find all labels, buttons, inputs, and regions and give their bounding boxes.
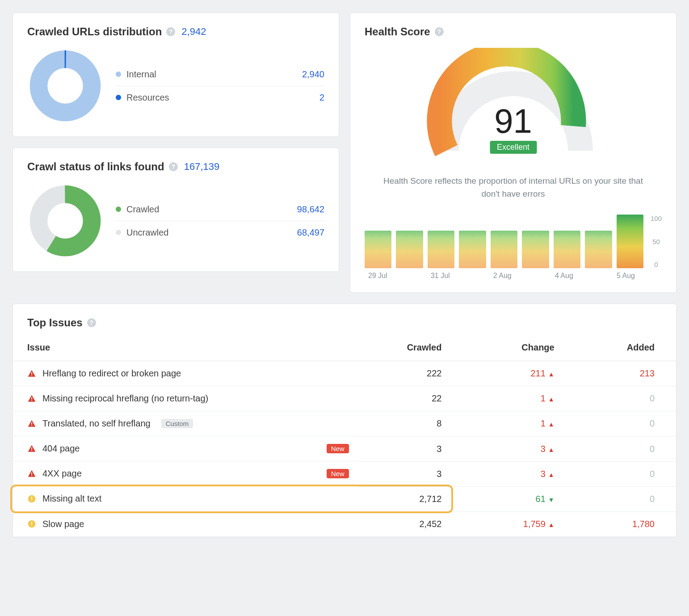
help-icon[interactable]: ? xyxy=(169,162,178,171)
top-issues-title: Top Issues xyxy=(27,316,83,329)
health-bar[interactable] xyxy=(428,231,454,268)
xaxis-tick: 2 Aug xyxy=(493,272,512,280)
arrow-down-icon: ▼ xyxy=(548,496,555,503)
svg-rect-12 xyxy=(31,472,32,474)
col-change[interactable]: Change xyxy=(450,330,563,361)
legend-value[interactable]: 98,642 xyxy=(297,204,324,215)
health-yaxis: 100 50 0 xyxy=(648,215,662,268)
custom-badge: Custom xyxy=(161,419,193,428)
change-value: 1▲ xyxy=(541,393,555,403)
legend-label: Internal xyxy=(126,69,297,80)
legend-item[interactable]: Crawled 98,642 xyxy=(116,198,324,221)
new-badge: New xyxy=(327,444,349,453)
added-value: 1,780 xyxy=(632,519,655,529)
health-bar[interactable] xyxy=(585,231,612,268)
table-row[interactable]: Translated, no self hreflangCustom81▲0 xyxy=(13,411,676,437)
table-row[interactable]: Missing reciprocal hreflang (no return-t… xyxy=(13,386,676,411)
error-icon xyxy=(27,469,36,478)
crawled-urls-card: Crawled URLs distribution ? 2,942 Intern… xyxy=(13,13,339,137)
legend-dot xyxy=(116,95,121,100)
health-description: Health Score reflects the proportion of … xyxy=(365,175,662,200)
health-bar[interactable] xyxy=(491,231,517,268)
xaxis-tick: 4 Aug xyxy=(555,272,573,280)
health-score-card: Health Score ? xyxy=(350,13,676,293)
issues-table: Issue Crawled Change Added Hreflang to r… xyxy=(13,330,676,537)
crawled-value: 2,452 xyxy=(358,511,451,536)
table-row[interactable]: Missing alt text2,71261▼0 xyxy=(13,486,676,511)
issue-name: 4XX page xyxy=(42,468,82,479)
col-crawled[interactable]: Crawled xyxy=(358,330,451,361)
change-value: 1,759▲ xyxy=(523,519,555,529)
error-icon xyxy=(27,369,36,378)
health-bar[interactable] xyxy=(522,231,549,268)
issue-name: Missing alt text xyxy=(42,494,101,504)
health-history-chart: 100 50 0 xyxy=(365,215,662,268)
help-icon[interactable]: ? xyxy=(87,318,96,327)
legend-item[interactable]: Uncrawled 68,497 xyxy=(116,221,324,244)
table-row[interactable]: 4XX pageNew33▲0 xyxy=(13,461,676,486)
legend-dot xyxy=(116,207,121,212)
svg-rect-11 xyxy=(31,450,32,451)
crawled-value: 3 xyxy=(358,461,451,486)
legend-value[interactable]: 68,497 xyxy=(297,228,324,238)
svg-rect-16 xyxy=(31,500,32,501)
issue-name: Translated, no self hreflang xyxy=(42,418,151,429)
change-value: 3▲ xyxy=(541,444,555,454)
crawled-urls-legend: Internal 2,940 Resources 2 xyxy=(116,63,324,109)
health-bar[interactable] xyxy=(396,231,423,268)
added-value: 213 xyxy=(640,368,655,378)
crawled-urls-donut xyxy=(27,48,103,124)
svg-rect-5 xyxy=(31,375,32,376)
issue-name: Slow page xyxy=(42,519,84,529)
table-row[interactable]: Slow page2,4521,759▲1,780 xyxy=(13,511,676,536)
legend-value[interactable]: 2 xyxy=(319,93,324,103)
added-value: 0 xyxy=(650,469,655,479)
svg-rect-15 xyxy=(31,497,32,499)
crawled-value: 3 xyxy=(358,436,451,461)
top-issues-card: Top Issues ? Issue Crawled Change Added … xyxy=(13,304,676,537)
xaxis-tick: 5 Aug xyxy=(617,272,635,280)
help-icon[interactable]: ? xyxy=(166,27,175,36)
health-bar[interactable] xyxy=(459,231,486,268)
error-icon xyxy=(27,394,36,403)
yaxis-tick: 100 xyxy=(651,215,662,222)
issue-name: Missing reciprocal hreflang (no return-t… xyxy=(42,393,208,404)
col-added[interactable]: Added xyxy=(563,330,676,361)
crawled-value: 222 xyxy=(358,361,451,386)
legend-dot xyxy=(116,230,121,235)
change-value: 211▲ xyxy=(530,368,554,378)
health-bar[interactable] xyxy=(554,231,580,268)
crawl-status-total[interactable]: 167,139 xyxy=(184,161,220,173)
added-value: 0 xyxy=(650,393,655,403)
warning-icon xyxy=(27,494,36,503)
error-icon xyxy=(27,444,36,453)
warning-icon xyxy=(27,519,36,528)
svg-rect-6 xyxy=(31,397,32,399)
legend-item[interactable]: Internal 2,940 xyxy=(116,63,324,86)
issue-name: 404 page xyxy=(42,443,80,454)
health-title: Health Score xyxy=(365,25,430,38)
health-bar[interactable] xyxy=(617,215,643,268)
top-issues-title-row: Top Issues ? xyxy=(13,316,676,329)
help-icon[interactable]: ? xyxy=(435,27,444,36)
crawled-value: 8 xyxy=(358,411,451,437)
xaxis-tick: 31 Jul xyxy=(431,272,450,280)
table-row[interactable]: 404 pageNew33▲0 xyxy=(13,436,676,461)
xaxis-tick: 29 Jul xyxy=(368,272,387,280)
legend-value[interactable]: 2,940 xyxy=(302,69,324,80)
svg-rect-8 xyxy=(31,422,32,424)
legend-label: Crawled xyxy=(126,204,292,215)
table-row[interactable]: Hreflang to redirect or broken page22221… xyxy=(13,361,676,386)
crawled-urls-total[interactable]: 2,942 xyxy=(181,26,206,38)
crawl-status-donut xyxy=(27,183,103,259)
legend-item[interactable]: Resources 2 xyxy=(116,86,324,109)
arrow-up-icon: ▲ xyxy=(548,371,555,378)
new-badge: New xyxy=(327,469,349,478)
crawled-urls-title: Crawled URLs distribution xyxy=(27,25,162,38)
added-value: 0 xyxy=(650,444,655,454)
crawled-value: 2,712 xyxy=(358,486,451,511)
added-value: 0 xyxy=(650,494,655,504)
arrow-up-icon: ▲ xyxy=(548,421,555,428)
col-issue[interactable]: Issue xyxy=(13,330,358,361)
health-bar[interactable] xyxy=(365,231,391,268)
